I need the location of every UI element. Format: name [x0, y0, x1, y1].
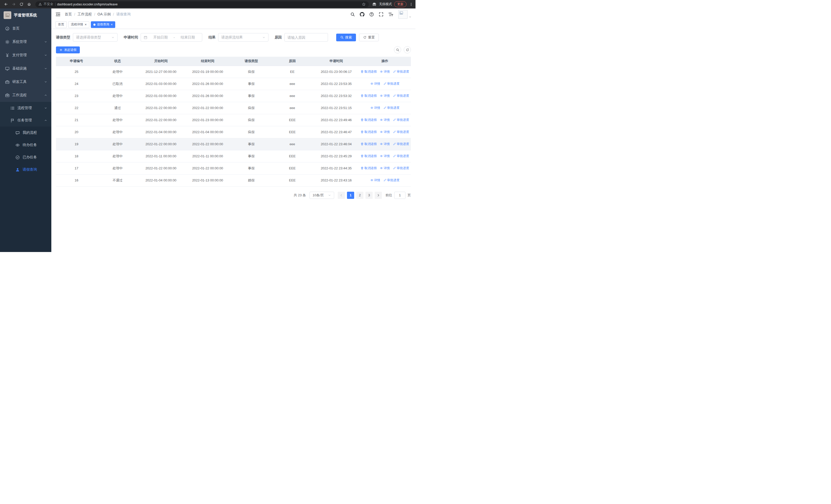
detail-action-link[interactable]: 详情	[370, 106, 380, 110]
detail-action-link[interactable]: 详情	[380, 69, 390, 74]
chevron-down-icon	[44, 80, 47, 83]
toggle-search-button[interactable]	[394, 46, 401, 53]
update-button[interactable]: 更新	[394, 1, 406, 7]
fullscreen-icon[interactable]	[379, 12, 383, 17]
progress-action-link[interactable]: 审批进度	[393, 69, 409, 74]
plus-icon	[59, 48, 63, 52]
sidebar-item-done-tasks[interactable]: 已办任务	[0, 151, 51, 164]
browser-menu-icon[interactable]	[409, 3, 413, 6]
address-bar[interactable]: 不安全 dashboard.yudao.iocoder.cn/bpm/oa/le…	[35, 1, 369, 7]
action-label: 详情	[384, 118, 390, 122]
cell-actions: 取消请假详情审批进度	[359, 90, 411, 102]
sidebar-item-my-process[interactable]: 我的流程	[0, 126, 51, 139]
help-icon[interactable]	[369, 12, 374, 17]
sidebar-item-workflow[interactable]: 工作流程	[0, 89, 51, 102]
table-row: 21处理中2022-01-22 00:00:002022-01-23 00:00…	[56, 114, 411, 126]
cancel-action-link[interactable]: 取消请假	[361, 166, 377, 170]
pen-icon	[393, 70, 396, 73]
create-leave-button[interactable]: 发起请假	[56, 47, 80, 53]
close-icon[interactable]: ×	[111, 23, 113, 26]
cancel-action-link[interactable]: 取消请假	[361, 118, 377, 122]
detail-action-link[interactable]: 详情	[380, 166, 390, 170]
browser-reload-button[interactable]	[18, 1, 25, 8]
tab-label: 请假查询	[97, 22, 109, 27]
tab-process-detail[interactable]: 流程详情×	[68, 21, 89, 28]
search-button[interactable]: 搜索	[336, 34, 356, 41]
cell-status: 不通过	[97, 174, 138, 186]
breadcrumb-item[interactable]: 工作流程	[78, 12, 92, 17]
browser-home-button[interactable]	[26, 1, 32, 8]
cell-leave-type: 事假	[231, 78, 271, 90]
sidebar-item-infrastructure[interactable]: 基础设施	[0, 62, 51, 75]
reason-input[interactable]	[287, 35, 325, 39]
detail-action-link[interactable]: 详情	[380, 94, 390, 98]
collapse-sidebar-icon[interactable]	[55, 12, 61, 17]
magnifier-icon	[396, 48, 399, 52]
cancel-action-link[interactable]: 取消请假	[361, 142, 377, 146]
sidebar-item-leave-query[interactable]: 请假查询	[0, 164, 51, 176]
monitor-icon	[5, 66, 9, 71]
result-select[interactable]: 请选择流结果	[218, 33, 268, 41]
sidebar-item-dev-tools[interactable]: 研发工具	[0, 75, 51, 89]
sidebar-item-payment[interactable]: 支付管理	[0, 49, 51, 62]
github-icon[interactable]	[360, 12, 365, 17]
browser-back-button[interactable]	[3, 1, 9, 8]
progress-action-link[interactable]: 审批进度	[393, 142, 409, 146]
progress-action-link[interactable]: 审批进度	[393, 154, 409, 158]
font-size-icon[interactable]	[388, 12, 394, 17]
close-icon[interactable]: ×	[85, 23, 87, 26]
cancel-action-link[interactable]: 取消请假	[361, 130, 377, 134]
sidebar-item-task-management[interactable]: 任务管理	[0, 114, 51, 126]
page-button-1[interactable]: 1	[347, 192, 354, 199]
progress-action-link[interactable]: 审批进度	[383, 82, 400, 86]
page-size-select[interactable]: 10条/页	[310, 192, 334, 199]
sidebar-item-process-management[interactable]: 流程管理	[0, 102, 51, 114]
progress-action-link[interactable]: 审批进度	[393, 94, 409, 98]
bookmark-star-icon[interactable]	[362, 2, 366, 6]
goto-page-input[interactable]	[394, 192, 405, 199]
detail-action-link[interactable]: 详情	[370, 82, 380, 86]
detail-action-link[interactable]: 详情	[380, 130, 390, 134]
progress-action-link[interactable]: 审批进度	[393, 130, 409, 134]
sidebar-item-todo-tasks[interactable]: 待办任务	[0, 139, 51, 151]
browser-forward-button[interactable]	[10, 1, 17, 8]
progress-action-link[interactable]: 审批进度	[383, 178, 400, 182]
page-button-2[interactable]: 2	[356, 192, 364, 199]
breadcrumb-item[interactable]: OA 示例	[97, 12, 111, 17]
cell-end-time: 2022-01-22 00:00:00	[184, 162, 231, 174]
cancel-action-link[interactable]: 取消请假	[361, 69, 377, 74]
filter-form: 请假类型 请选择请假类型 申请时间 开始日期 - 结束日期	[56, 33, 411, 41]
progress-action-link[interactable]: 审批进度	[393, 166, 409, 170]
detail-action-link[interactable]: 详情	[380, 118, 390, 122]
cancel-action-link[interactable]: 取消请假	[361, 154, 377, 158]
search-icon[interactable]	[350, 12, 355, 17]
arrow-left-icon	[340, 194, 343, 197]
apply-time-range-picker[interactable]: 开始日期 - 结束日期	[141, 33, 202, 41]
reset-button[interactable]: 重置	[359, 34, 379, 41]
breadcrumb: 首页/工作流程/OA 示例/请假查询	[65, 12, 131, 17]
sidebar-item-system[interactable]: 系统管理	[0, 35, 51, 49]
reason-input-wrap	[284, 33, 328, 41]
tab-leave-query[interactable]: 请假查询×	[91, 21, 115, 28]
breadcrumb-item[interactable]: 首页	[65, 12, 72, 17]
topbar: 首页/工作流程/OA 示例/请假查询	[51, 8, 416, 20]
detail-action-link[interactable]: 详情	[370, 178, 380, 182]
detail-action-link[interactable]: 详情	[380, 154, 390, 158]
sidebar-item-home[interactable]: 首页	[0, 22, 51, 35]
logo[interactable]: 芋道管理系统	[0, 8, 51, 22]
prev-page-button[interactable]	[338, 192, 345, 199]
tab-home[interactable]: 首页	[55, 21, 67, 28]
refresh-table-button[interactable]	[404, 46, 411, 53]
progress-action-link[interactable]: 审批进度	[393, 118, 409, 122]
leave-type-select[interactable]: 请选择请假类型	[73, 33, 118, 41]
page-button-3[interactable]: 3	[366, 192, 373, 199]
progress-action-link[interactable]: 审批进度	[383, 106, 400, 110]
trash-icon	[361, 142, 364, 146]
detail-action-link[interactable]: 详情	[380, 142, 390, 146]
cell-reason: EEE	[271, 150, 314, 162]
user-avatar[interactable]	[398, 10, 411, 19]
cell-start-time: 2022-01-11 00:00:00	[138, 150, 184, 162]
cancel-action-link[interactable]: 取消请假	[361, 94, 377, 98]
cell-leave-type: 事假	[231, 150, 271, 162]
next-page-button[interactable]	[375, 192, 382, 199]
